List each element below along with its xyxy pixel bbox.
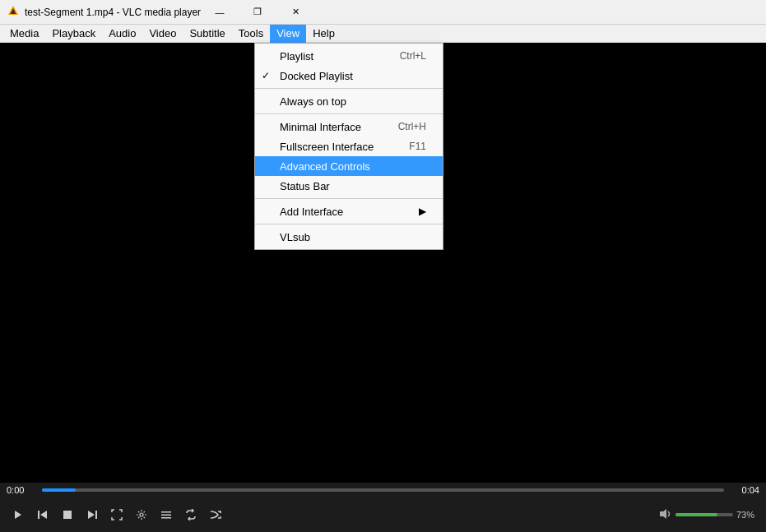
time-elapsed: 0:00	[7, 485, 35, 495]
separator-3	[255, 198, 443, 199]
dropdown-item-playlist[interactable]: Playlist Ctrl+L	[255, 46, 443, 66]
title-bar-text: test-Segment 1.mp4 - VLC media player	[25, 7, 201, 18]
dropdown-item-status-bar[interactable]: Status Bar	[255, 176, 443, 196]
volume-fill	[675, 513, 717, 516]
fullscreen-interface-shortcut: F11	[409, 141, 426, 152]
minimal-interface-label: Minimal Interface	[280, 121, 361, 133]
menu-item-video[interactable]: Video	[142, 25, 183, 43]
dropdown-item-fullscreen-interface[interactable]: Fullscreen Interface F11	[255, 136, 443, 156]
svg-marker-7	[88, 511, 95, 519]
extended-settings-button[interactable]	[130, 503, 153, 526]
window-controls: — ❐ ✕	[201, 0, 314, 25]
progress-fill	[42, 488, 76, 492]
svg-rect-11	[161, 517, 171, 519]
svg-rect-9	[161, 511, 171, 513]
playlist-label: Playlist	[280, 50, 313, 62]
dropdown-item-always-on-top[interactable]: Always on top	[255, 91, 443, 111]
volume-icon[interactable]	[659, 507, 672, 523]
svg-marker-13	[660, 509, 666, 519]
svg-rect-10	[161, 515, 171, 516]
restore-button[interactable]: ❐	[239, 0, 276, 25]
separator-1	[255, 88, 443, 89]
loop-button[interactable]	[179, 503, 202, 526]
menu-item-playback[interactable]: Playback	[45, 25, 102, 43]
menu-item-audio[interactable]: Audio	[102, 25, 142, 43]
svg-rect-5	[63, 511, 72, 519]
menu-item-tools[interactable]: Tools	[232, 25, 270, 43]
svg-rect-3	[38, 511, 39, 519]
docked-playlist-check: ✓	[262, 70, 270, 81]
prev-chapter-button[interactable]	[31, 503, 54, 526]
add-interface-label: Add Interface	[280, 206, 343, 218]
minimal-interface-shortcut: Ctrl+H	[398, 121, 426, 132]
dropdown-item-docked-playlist[interactable]: ✓ Docked Playlist	[255, 66, 443, 86]
dropdown-item-minimal-interface[interactable]: Minimal Interface Ctrl+H	[255, 117, 443, 136]
minimize-button[interactable]: —	[201, 0, 239, 25]
docked-playlist-label: Docked Playlist	[280, 70, 353, 82]
always-on-top-label: Always on top	[280, 95, 346, 108]
volume-percentage: 73%	[736, 510, 759, 520]
vlc-icon	[7, 4, 20, 21]
menu-item-view[interactable]: View	[270, 25, 306, 43]
fullscreen-button[interactable]	[105, 503, 128, 526]
separator-4	[255, 224, 443, 224]
next-chapter-button[interactable]	[81, 503, 104, 526]
menu-item-subtitle[interactable]: Subtitle	[183, 25, 231, 43]
svg-marker-2	[15, 511, 21, 519]
progress-bar-container: 0:00 0:04	[0, 483, 766, 497]
volume-area: 73%	[659, 507, 759, 523]
dropdown-item-advanced-controls[interactable]: Advanced Controls	[255, 156, 443, 176]
svg-point-8	[140, 513, 143, 516]
progress-track[interactable]	[42, 488, 724, 492]
fullscreen-interface-label: Fullscreen Interface	[280, 141, 374, 153]
status-bar-label: Status Bar	[280, 180, 330, 192]
dropdown-item-vlsub[interactable]: VLsub	[255, 227, 443, 247]
add-interface-arrow: ▶	[419, 206, 426, 217]
advanced-controls-label: Advanced Controls	[280, 160, 370, 173]
random-button[interactable]	[204, 503, 227, 526]
controls-area: 0:00 0:04	[0, 483, 766, 532]
menu-item-help[interactable]: Help	[306, 25, 341, 43]
svg-rect-6	[95, 511, 97, 519]
svg-marker-4	[40, 511, 47, 519]
play-button[interactable]	[7, 503, 30, 526]
playlist-shortcut: Ctrl+L	[400, 50, 426, 62]
stop-button[interactable]	[56, 503, 79, 526]
close-button[interactable]: ✕	[276, 0, 314, 25]
view-dropdown-menu: Playlist Ctrl+L ✓ Docked Playlist Always…	[254, 43, 443, 250]
dropdown-item-add-interface[interactable]: Add Interface ▶	[255, 201, 443, 221]
buttons-row: 73%	[0, 497, 766, 532]
time-total: 0:04	[731, 485, 759, 495]
menu-item-media[interactable]: Media	[3, 25, 45, 43]
title-bar: test-Segment 1.mp4 - VLC media player — …	[0, 0, 766, 25]
separator-2	[255, 113, 443, 114]
playlist-show-button[interactable]	[155, 503, 178, 526]
vlsub-label: VLsub	[280, 231, 310, 243]
menu-bar: Media Playback Audio Video Subtitle Tool…	[0, 25, 766, 43]
volume-track[interactable]	[675, 513, 733, 516]
